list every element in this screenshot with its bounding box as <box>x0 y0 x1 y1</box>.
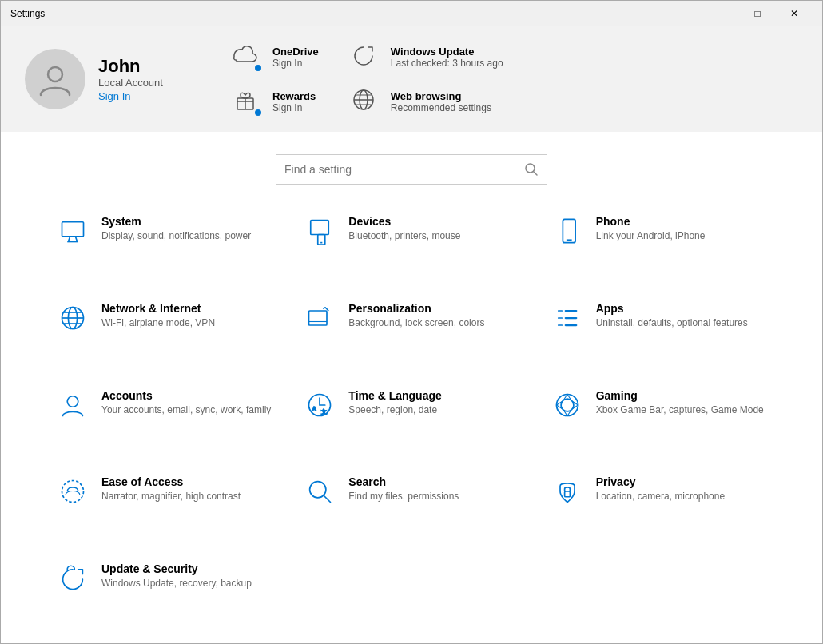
privacy-icon <box>553 477 582 506</box>
rewards-service[interactable]: Rewards Sign In <box>233 87 319 116</box>
settings-item-time[interactable]: A 文 Time & Language Speech, region, date <box>296 375 527 454</box>
avatar <box>25 49 85 109</box>
onedrive-service[interactable]: OneDrive Sign In <box>233 42 319 71</box>
accounts-icon-wrap <box>57 389 89 421</box>
web-browsing-service[interactable]: Web browsing Recommended settings <box>351 87 503 116</box>
settings-item-gaming[interactable]: Gaming Xbox Game Bar, captures, Game Mod… <box>543 375 774 454</box>
settings-item-personalization[interactable]: Personalization Background, lock screen,… <box>296 288 527 367</box>
minimize-button[interactable]: — <box>702 1 739 26</box>
service-column-left: OneDrive Sign In Rewards Sig <box>233 42 319 116</box>
time-desc: Speech, region, date <box>348 403 441 417</box>
web-browsing-icon <box>351 87 376 113</box>
web-browsing-name: Web browsing <box>391 90 491 102</box>
settings-item-update[interactable]: Update & Security Windows Update, recove… <box>49 548 280 627</box>
ease-desc: Narrator, magnifier, high contrast <box>101 490 241 503</box>
privacy-desc: Location, camera, microphone <box>596 490 725 503</box>
windows-update-service[interactable]: Windows Update Last checked: 3 hours ago <box>351 42 503 71</box>
service-column-right: Windows Update Last checked: 3 hours ago <box>351 42 503 116</box>
system-desc: Display, sound, notifications, power <box>101 229 251 243</box>
search-section <box>1 132 822 193</box>
svg-text:文: 文 <box>322 409 328 415</box>
settings-grid: System Display, sound, notifications, po… <box>1 193 822 643</box>
personalization-text: Personalization Background, lock screen,… <box>348 302 484 330</box>
accounts-icon <box>58 391 87 419</box>
network-text: Network & Internet Wi-Fi, airplane mode,… <box>101 302 215 330</box>
network-icon-wrap <box>57 302 89 334</box>
search-icon-wrap <box>304 475 336 507</box>
personalization-icon-wrap <box>304 302 336 334</box>
devices-title: Devices <box>348 215 460 228</box>
rewards-text: Rewards Sign In <box>272 90 316 113</box>
time-title: Time & Language <box>348 389 441 402</box>
web-browsing-text: Web browsing Recommended settings <box>391 90 491 113</box>
window-title: Settings <box>10 8 45 19</box>
onedrive-status-dot <box>253 63 263 73</box>
privacy-title: Privacy <box>596 475 725 488</box>
svg-line-13 <box>68 237 70 242</box>
svg-line-14 <box>75 237 77 242</box>
windows-update-text: Windows Update Last checked: 3 hours ago <box>391 46 503 69</box>
update-icon-wrap <box>57 563 89 594</box>
settings-item-network[interactable]: Network & Internet Wi-Fi, airplane mode,… <box>49 288 280 367</box>
svg-line-44 <box>324 495 331 503</box>
time-text: Time & Language Speech, region, date <box>348 389 441 417</box>
settings-item-accounts[interactable]: Accounts Your accounts, email, sync, wor… <box>49 375 280 454</box>
svg-rect-45 <box>564 491 570 497</box>
devices-icon-wrap <box>304 215 336 247</box>
time-icon: A 文 <box>305 391 334 419</box>
network-title: Network & Internet <box>101 302 215 315</box>
rewards-sub: Sign In <box>272 102 316 113</box>
windows-update-icon-wrap <box>351 42 380 71</box>
svg-text:A: A <box>312 405 316 411</box>
close-button[interactable]: ✕ <box>776 1 813 26</box>
accounts-title: Accounts <box>101 389 271 402</box>
maximize-button[interactable]: □ <box>739 1 776 26</box>
rewards-icon-wrap <box>233 87 261 116</box>
ease-icon-wrap <box>57 475 89 507</box>
header-section: John Local Account Sign In OneDrive Sign… <box>1 26 822 132</box>
apps-text: Apps Uninstall, defaults, optional featu… <box>596 302 748 330</box>
gaming-icon <box>553 391 582 419</box>
settings-item-phone[interactable]: Phone Link your Android, iPhone <box>543 201 774 280</box>
profile-info: John Local Account Sign In <box>98 56 163 103</box>
svg-point-36 <box>67 396 78 407</box>
windows-update-sub: Last checked: 3 hours ago <box>391 58 503 69</box>
web-browsing-sub: Recommended settings <box>391 102 491 113</box>
personalization-title: Personalization <box>348 302 484 315</box>
apps-desc: Uninstall, defaults, optional features <box>596 316 748 330</box>
ease-text: Ease of Access Narrator, magnifier, high… <box>101 475 241 503</box>
apps-icon <box>553 304 582 332</box>
devices-desc: Bluetooth, printers, mouse <box>348 229 460 243</box>
search-desc: Find my files, permissions <box>348 490 459 503</box>
apps-icon-wrap <box>551 302 583 334</box>
svg-rect-16 <box>311 221 329 235</box>
update-desc: Windows Update, recovery, backup <box>101 577 252 590</box>
search-title: Search <box>348 475 459 488</box>
settings-item-ease[interactable]: Ease of Access Narrator, magnifier, high… <box>49 461 280 540</box>
phone-desc: Link your Android, iPhone <box>596 229 706 243</box>
accounts-desc: Your accounts, email, sync, work, family <box>101 403 271 417</box>
search-icon <box>524 162 539 177</box>
settings-item-devices[interactable]: Devices Bluetooth, printers, mouse <box>296 201 527 280</box>
svg-point-41 <box>561 399 574 411</box>
system-title: System <box>101 215 251 228</box>
settings-item-search[interactable]: Search Find my files, permissions <box>296 461 527 540</box>
settings-item-apps[interactable]: Apps Uninstall, defaults, optional featu… <box>543 288 774 367</box>
user-icon <box>38 62 73 97</box>
settings-item-system[interactable]: System Display, sound, notifications, po… <box>49 201 280 280</box>
search-input[interactable] <box>284 163 524 176</box>
network-icon <box>58 304 87 332</box>
settings-item-privacy[interactable]: Privacy Location, camera, microphone <box>543 461 774 540</box>
profile-sign-in-link[interactable]: Sign In <box>98 90 130 102</box>
svg-line-28 <box>324 307 325 308</box>
system-text: System Display, sound, notifications, po… <box>101 215 251 243</box>
system-icon-wrap <box>57 215 89 247</box>
gaming-icon-wrap <box>551 389 583 421</box>
title-bar: Settings — □ ✕ <box>1 1 822 26</box>
privacy-icon-wrap <box>551 475 583 507</box>
update-title: Update & Security <box>101 563 252 575</box>
rewards-status-dot <box>253 108 263 117</box>
search-icon <box>305 477 334 506</box>
web-browsing-icon-wrap <box>351 87 380 116</box>
svg-point-40 <box>556 394 578 415</box>
